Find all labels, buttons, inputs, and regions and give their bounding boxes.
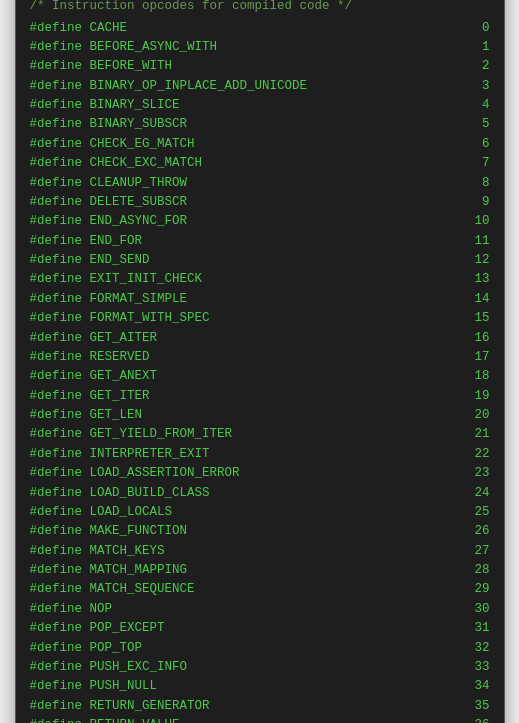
define-row: #define GET_AITER16: [30, 329, 490, 348]
define-value: 25: [462, 503, 490, 522]
define-row: #define END_ASYNC_FOR10: [30, 212, 490, 231]
define-value: 4: [462, 96, 490, 115]
define-value: 15: [462, 309, 490, 328]
define-text: #define BEFORE_WITH: [30, 57, 173, 76]
define-row: #define LOAD_ASSERTION_ERROR23: [30, 464, 490, 483]
define-row: #define LOAD_LOCALS25: [30, 503, 490, 522]
define-value: 1: [462, 38, 490, 57]
define-text: #define RETURN_VALUE: [30, 716, 180, 723]
define-row: #define GET_ANEXT18: [30, 367, 490, 386]
define-text: #define MATCH_SEQUENCE: [30, 580, 195, 599]
define-value: 6: [462, 135, 490, 154]
define-text: #define MAKE_FUNCTION: [30, 522, 188, 541]
define-value: 26: [462, 522, 490, 541]
define-row: #define RETURN_VALUE36: [30, 716, 490, 723]
define-row: #define FORMAT_WITH_SPEC15: [30, 309, 490, 328]
define-text: #define GET_LEN: [30, 406, 143, 425]
define-value: 17: [462, 348, 490, 367]
define-row: #define CHECK_EG_MATCH6: [30, 135, 490, 154]
define-text: #define RESERVED: [30, 348, 150, 367]
define-text: #define END_ASYNC_FOR: [30, 212, 188, 231]
define-value: 21: [462, 425, 490, 444]
define-text: #define GET_YIELD_FROM_ITER: [30, 425, 233, 444]
defines-list: #define CACHE0#define BEFORE_ASYNC_WITH1…: [30, 19, 490, 723]
define-text: #define EXIT_INIT_CHECK: [30, 270, 203, 289]
define-row: #define CACHE0: [30, 19, 490, 38]
define-value: 36: [462, 716, 490, 723]
define-row: #define END_FOR11: [30, 232, 490, 251]
define-row: #define POP_TOP32: [30, 639, 490, 658]
define-value: 20: [462, 406, 490, 425]
define-row: #define INTERPRETER_EXIT22: [30, 445, 490, 464]
define-row: #define BEFORE_ASYNC_WITH1: [30, 38, 490, 57]
define-value: 27: [462, 542, 490, 561]
define-value: 14: [462, 290, 490, 309]
define-row: #define BINARY_OP_INPLACE_ADD_UNICODE3: [30, 77, 490, 96]
code-body: /* Instruction opcodes for compiled code…: [16, 0, 504, 723]
define-row: #define BINARY_SUBSCR5: [30, 115, 490, 134]
define-value: 22: [462, 445, 490, 464]
define-row: #define PUSH_NULL34: [30, 677, 490, 696]
define-row: #define GET_LEN20: [30, 406, 490, 425]
define-row: #define CHECK_EXC_MATCH7: [30, 154, 490, 173]
define-row: #define EXIT_INIT_CHECK13: [30, 270, 490, 289]
define-row: #define RETURN_GENERATOR35: [30, 697, 490, 716]
define-value: 23: [462, 464, 490, 483]
define-text: #define BEFORE_ASYNC_WITH: [30, 38, 218, 57]
define-value: 12: [462, 251, 490, 270]
define-row: #define FORMAT_SIMPLE14: [30, 290, 490, 309]
define-text: #define CHECK_EXC_MATCH: [30, 154, 203, 173]
define-text: #define END_FOR: [30, 232, 143, 251]
code-window: Include/opcode_ids.h /* Instruction opco…: [15, 0, 505, 723]
define-text: #define POP_EXCEPT: [30, 619, 165, 638]
define-value: 13: [462, 270, 490, 289]
define-text: #define MATCH_MAPPING: [30, 561, 188, 580]
comment-line: /* Instruction opcodes for compiled code…: [30, 0, 490, 17]
define-row: #define DELETE_SUBSCR9: [30, 193, 490, 212]
define-value: 19: [462, 387, 490, 406]
define-text: #define PUSH_EXC_INFO: [30, 658, 188, 677]
define-text: #define BINARY_OP_INPLACE_ADD_UNICODE: [30, 77, 308, 96]
define-row: #define BEFORE_WITH2: [30, 57, 490, 76]
define-row: #define CLEANUP_THROW8: [30, 174, 490, 193]
define-text: #define POP_TOP: [30, 639, 143, 658]
define-text: #define LOAD_LOCALS: [30, 503, 173, 522]
define-value: 31: [462, 619, 490, 638]
define-text: #define DELETE_SUBSCR: [30, 193, 188, 212]
define-text: #define CLEANUP_THROW: [30, 174, 188, 193]
define-value: 34: [462, 677, 490, 696]
define-text: #define CACHE: [30, 19, 128, 38]
define-value: 5: [462, 115, 490, 134]
define-value: 0: [462, 19, 490, 38]
define-value: 7: [462, 154, 490, 173]
define-row: #define MAKE_FUNCTION26: [30, 522, 490, 541]
define-value: 28: [462, 561, 490, 580]
define-row: #define BINARY_SLICE4: [30, 96, 490, 115]
define-text: #define END_SEND: [30, 251, 150, 270]
define-text: #define NOP: [30, 600, 113, 619]
define-value: 2: [462, 57, 490, 76]
define-text: #define GET_ITER: [30, 387, 150, 406]
define-row: #define PUSH_EXC_INFO33: [30, 658, 490, 677]
define-value: 33: [462, 658, 490, 677]
define-row: #define MATCH_SEQUENCE29: [30, 580, 490, 599]
define-text: #define GET_AITER: [30, 329, 158, 348]
define-row: #define GET_YIELD_FROM_ITER21: [30, 425, 490, 444]
define-text: #define GET_ANEXT: [30, 367, 158, 386]
define-row: #define POP_EXCEPT31: [30, 619, 490, 638]
define-value: 24: [462, 484, 490, 503]
define-text: #define LOAD_BUILD_CLASS: [30, 484, 210, 503]
define-text: #define FORMAT_WITH_SPEC: [30, 309, 210, 328]
define-value: 16: [462, 329, 490, 348]
define-row: #define RESERVED17: [30, 348, 490, 367]
define-row: #define GET_ITER19: [30, 387, 490, 406]
define-row: #define NOP30: [30, 600, 490, 619]
define-value: 30: [462, 600, 490, 619]
define-text: #define RETURN_GENERATOR: [30, 697, 210, 716]
define-text: #define BINARY_SUBSCR: [30, 115, 188, 134]
define-value: 35: [462, 697, 490, 716]
define-value: 9: [462, 193, 490, 212]
define-text: #define CHECK_EG_MATCH: [30, 135, 195, 154]
define-value: 11: [462, 232, 490, 251]
define-text: #define MATCH_KEYS: [30, 542, 165, 561]
